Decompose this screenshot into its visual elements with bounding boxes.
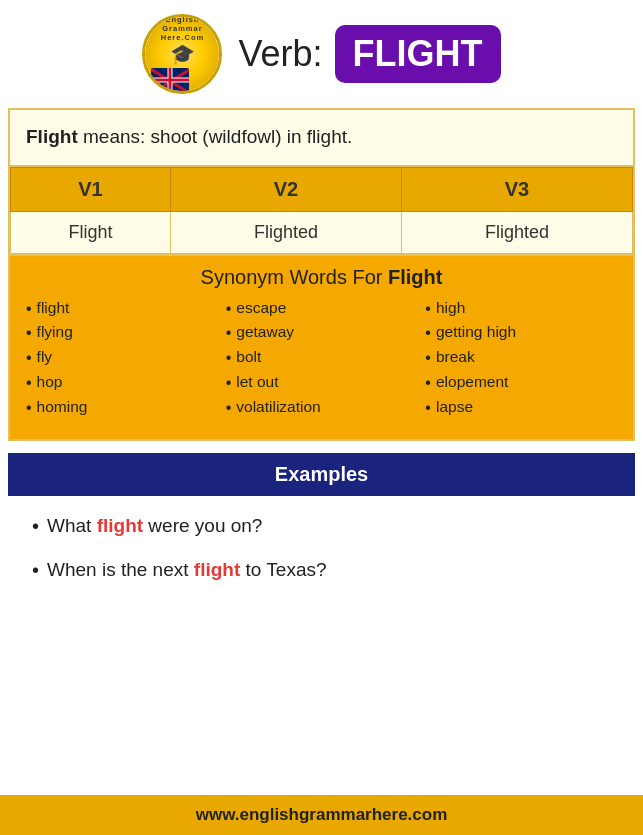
- v1-value: Flight: [11, 211, 171, 253]
- synonym-columns: flight flying fly hop homing escape geta…: [26, 299, 617, 423]
- definition-word: Flight: [26, 126, 78, 147]
- list-item: getaway: [226, 323, 418, 344]
- verb-forms-table: V1 V2 V3 Flight Flighted Flighted: [10, 167, 633, 254]
- example-2-highlight: flight: [194, 559, 240, 580]
- v3-value: Flighted: [401, 211, 632, 253]
- synonym-title-prefix: Synonym Words For: [201, 266, 388, 288]
- synonym-title: Synonym Words For Flight: [26, 266, 617, 289]
- example-2-after: to Texas?: [240, 559, 326, 580]
- synonym-col-1: flight flying fly hop homing: [26, 299, 218, 423]
- col-header-v3: V3: [401, 167, 632, 211]
- example-2-before: When is the next: [47, 559, 194, 580]
- definition-section: Flight means: shoot (wildfowl) in flight…: [8, 108, 635, 167]
- v2-value: Flighted: [170, 211, 401, 253]
- example-item-2: When is the next flight to Texas?: [32, 556, 619, 585]
- col-header-v1: V1: [11, 167, 171, 211]
- list-item: escape: [226, 299, 418, 320]
- example-1-after: were you on?: [143, 515, 262, 536]
- logo: English GrammarHere.Com 🎓: [142, 14, 222, 94]
- list-item: flying: [26, 323, 218, 344]
- list-item: flight: [26, 299, 218, 320]
- definition-text: means: shoot (wildfowl) in flight.: [78, 126, 353, 147]
- list-item: lapse: [425, 398, 617, 419]
- list-item: let out: [226, 373, 418, 394]
- list-item: hop: [26, 373, 218, 394]
- logo-top-text: English GrammarHere.Com: [151, 15, 213, 42]
- synonym-col-3: high getting high break elopement lapse: [425, 299, 617, 423]
- example-2-text: When is the next flight to Texas?: [47, 556, 327, 585]
- col-header-v2: V2: [170, 167, 401, 211]
- example-1-highlight: flight: [97, 515, 143, 536]
- verb-table-section: V1 V2 V3 Flight Flighted Flighted: [8, 167, 635, 256]
- list-item: homing: [26, 398, 218, 419]
- verb-label: Verb:: [238, 33, 322, 75]
- synonym-title-word: Flight: [388, 266, 442, 288]
- list-item: bolt: [226, 348, 418, 369]
- example-item-1: What flight were you on?: [32, 512, 619, 541]
- header: English GrammarHere.Com 🎓 Verb: FLIGHT: [0, 0, 643, 108]
- list-item: high: [425, 299, 617, 320]
- list-item: fly: [26, 348, 218, 369]
- logo-flag: [151, 68, 189, 92]
- example-1-text: What flight were you on?: [47, 512, 262, 541]
- synonym-col-2: escape getaway bolt let out volatilizati…: [226, 299, 418, 423]
- list-item: getting high: [425, 323, 617, 344]
- examples-section: What flight were you on? When is the nex…: [0, 496, 643, 617]
- list-item: elopement: [425, 373, 617, 394]
- list-item: break: [425, 348, 617, 369]
- word-badge: FLIGHT: [335, 25, 501, 83]
- footer: www.englishgrammarhere.com: [0, 795, 643, 835]
- table-row: Flight Flighted Flighted: [11, 211, 633, 253]
- list-item: volatilization: [226, 398, 418, 419]
- examples-header: Examples: [8, 453, 635, 496]
- synonym-section: Synonym Words For Flight flight flying f…: [8, 256, 635, 441]
- example-1-before: What: [47, 515, 97, 536]
- logo-graduation-icon: 🎓: [151, 42, 213, 66]
